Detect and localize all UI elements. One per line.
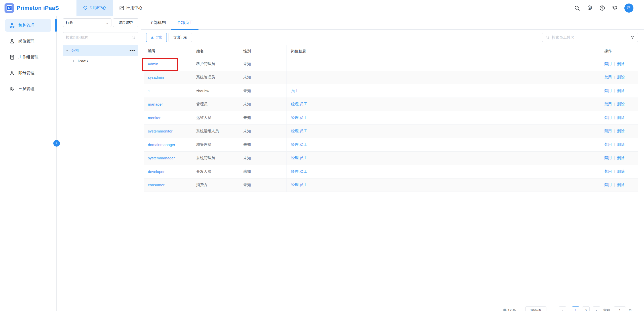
disable-action-link[interactable]: 禁用 — [604, 183, 612, 187]
disable-action-link[interactable]: 禁用 — [604, 62, 612, 66]
dimension-select-value: 行政 — [66, 20, 73, 25]
search-icon[interactable] — [574, 5, 580, 11]
employee-id-link[interactable]: sysadmin — [148, 75, 164, 79]
employee-positions-link[interactable]: 经理,员工 — [291, 156, 307, 160]
employee-gender: 未知 — [239, 111, 287, 124]
active-item-indicator — [55, 19, 57, 32]
employee-id-link[interactable]: manager — [148, 102, 163, 106]
sidebar-item-workgroup-management[interactable]: 工作组管理 — [5, 51, 51, 63]
account-icon — [9, 70, 15, 76]
sidebar-item-position-management[interactable]: 岗位管理 — [5, 35, 51, 48]
employee-id-link[interactable]: admin — [148, 62, 158, 66]
column-header-id: 编号 — [144, 45, 192, 57]
goto-page-input[interactable] — [614, 306, 626, 311]
sidebar-item-three-members-management[interactable]: 三员管理 — [5, 82, 51, 95]
content-tabs: 全部机构 全部员工 — [141, 16, 644, 30]
delete-action-link[interactable]: 删除 — [617, 62, 625, 66]
nav-tab-organization-center[interactable]: 组织中心 — [76, 0, 113, 16]
action-divider — [614, 116, 615, 119]
delete-action-link[interactable]: 删除 — [617, 156, 625, 160]
table-row: developer 开发人员 未知 经理,员工 禁用 删除 — [144, 165, 638, 179]
org-search-input[interactable] — [66, 35, 131, 39]
dimension-select[interactable]: 行政 ⌄ — [63, 18, 111, 27]
employee-positions-link[interactable]: 经理,员工 — [291, 129, 307, 134]
delete-action-link[interactable]: 删除 — [617, 142, 625, 147]
table-row: domainmanager 域管理员 未知 经理,员工 禁用 删除 — [144, 138, 638, 152]
table-row: admin 租户管理员 未知 禁用 删除 — [144, 57, 638, 71]
employee-name: 开发人员 — [192, 165, 239, 178]
employee-positions-link[interactable]: 经理,员工 — [291, 102, 307, 107]
action-divider — [614, 183, 615, 187]
employee-gender: 未知 — [239, 84, 287, 98]
delete-action-link[interactable]: 删除 — [617, 102, 625, 107]
action-divider — [614, 89, 615, 93]
tab-all-organizations[interactable]: 全部机构 — [144, 16, 171, 30]
more-actions-icon[interactable]: ••• — [130, 48, 135, 53]
nav-tab-label: 应用中心 — [126, 5, 142, 11]
disable-action-link[interactable]: 禁用 — [604, 102, 612, 107]
employee-id-link[interactable]: 1 — [148, 89, 150, 93]
position-icon — [9, 38, 15, 44]
tree-node-ipaas[interactable]: iPaaS — [63, 56, 138, 66]
employee-name: 系统运维人员 — [192, 125, 239, 138]
employee-positions-link[interactable]: 经理,员工 — [291, 142, 307, 147]
delete-action-link[interactable]: 删除 — [617, 115, 625, 120]
disable-action-link[interactable]: 禁用 — [604, 129, 612, 134]
employee-id-link[interactable]: systemmonitor — [148, 129, 173, 133]
employee-id-link[interactable]: consumer — [148, 183, 165, 187]
page-unit-label: 页 — [628, 308, 632, 311]
panel-collapse-button[interactable] — [53, 140, 60, 147]
table-row: sysadmin 系统管理员 未知 禁用 删除 — [144, 71, 638, 84]
delete-action-link[interactable]: 删除 — [617, 129, 625, 134]
notification-bell-icon[interactable] — [612, 5, 618, 11]
disable-action-link[interactable]: 禁用 — [604, 115, 612, 120]
employee-name: 消费方 — [192, 179, 239, 192]
nav-tab-application-center[interactable]: 应用中心 — [113, 0, 149, 16]
delete-action-link[interactable]: 删除 — [617, 75, 625, 80]
employee-id-link[interactable]: developer — [148, 169, 165, 174]
previous-page-button[interactable]: ‹ — [559, 306, 566, 311]
sidebar-item-account-management[interactable]: 账号管理 — [5, 67, 51, 79]
page-size-select[interactable]: 10条/页 — [525, 306, 546, 311]
employee-positions-link[interactable]: 经理,员工 — [291, 115, 307, 120]
delete-action-link[interactable]: 删除 — [617, 183, 625, 187]
search-icon — [545, 35, 550, 39]
page-1-button[interactable]: 1 — [572, 306, 579, 311]
table-row: systemmanager 系统管理员 未知 经理,员工 禁用 删除 — [144, 152, 638, 165]
user-avatar[interactable]: 租 — [624, 4, 633, 13]
employee-gender: 未知 — [239, 152, 287, 165]
employee-id-link[interactable]: monitor — [148, 116, 160, 120]
employee-search-input[interactable] — [552, 35, 628, 39]
employee-positions-link[interactable]: 员工 — [291, 88, 299, 93]
employee-positions-link[interactable]: 经理,员工 — [291, 183, 307, 187]
employee-id-link[interactable]: systemmanager — [148, 156, 175, 160]
disable-action-link[interactable]: 禁用 — [604, 142, 612, 147]
export-button-label: 导出 — [155, 35, 163, 40]
caret-right-icon[interactable] — [73, 60, 74, 62]
help-icon[interactable] — [599, 5, 605, 11]
tree-node-company[interactable]: 公司 ••• — [63, 45, 138, 56]
ai-assistant-icon[interactable]: AI — [587, 5, 593, 11]
filter-funnel-icon[interactable] — [630, 35, 635, 39]
employee-gender: 未知 — [239, 57, 287, 71]
employee-positions-link[interactable]: 经理,员工 — [291, 169, 307, 174]
sidebar-item-org-management[interactable]: 机构管理 — [5, 19, 51, 32]
app-logo: P Primeton iPaaS — [0, 3, 72, 13]
disable-action-link[interactable]: 禁用 — [604, 88, 612, 93]
employee-id-link[interactable]: domainmanager — [148, 143, 175, 147]
page-2-button[interactable]: 2 — [582, 306, 590, 311]
disable-action-link[interactable]: 禁用 — [604, 169, 612, 174]
next-page-button[interactable]: › — [593, 306, 600, 311]
tab-all-employees[interactable]: 全部员工 — [171, 16, 198, 30]
table-row: manager 管理员 未知 经理,员工 禁用 删除 — [144, 98, 638, 111]
caret-down-icon[interactable] — [66, 50, 68, 51]
disable-action-link[interactable]: 禁用 — [604, 75, 612, 80]
column-header-actions: 操作 — [600, 45, 638, 57]
disable-action-link[interactable]: 禁用 — [604, 156, 612, 160]
export-button[interactable]: 导出 — [146, 33, 167, 42]
dimension-maintain-button[interactable]: 维度维护 — [113, 18, 138, 27]
tree-node-label: iPaaS — [78, 59, 88, 63]
delete-action-link[interactable]: 删除 — [617, 169, 625, 174]
export-log-button[interactable]: 导出记录 — [169, 33, 192, 42]
delete-action-link[interactable]: 删除 — [617, 88, 625, 93]
